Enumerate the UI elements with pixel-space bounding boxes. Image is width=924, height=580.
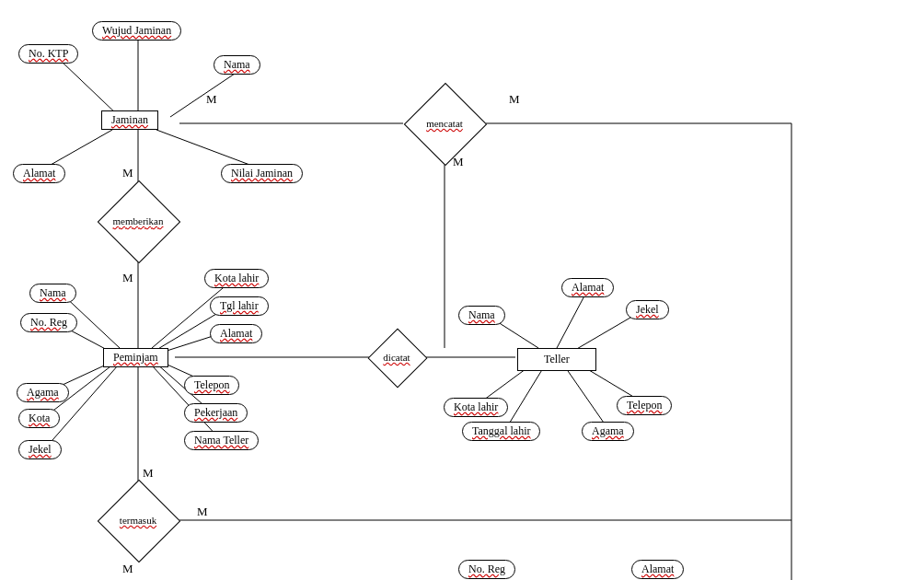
attr-peminjam-kota: Kota [18,409,60,428]
card-termasuk-right: M [197,505,208,519]
attr-jaminan-nama: Nama [214,55,260,75]
attr-peminjam-alamat: Alamat [210,324,262,343]
attr-jaminan-alamat-label: Alamat [23,167,55,180]
attr-peminjam-agama: Agama [17,383,69,402]
attr-bottom-alamat: Alamat [631,560,684,579]
attr-teller-nama: Nama [458,306,505,325]
entity-peminjam: Peminjam [103,348,168,367]
svg-line-1 [61,61,120,117]
attr-teller-alamat-label: Alamat [572,281,604,295]
card-peminjam-termasuk: M [143,466,154,481]
card-termasuk-down: M [122,562,133,576]
rel-termasuk-label: termasuk [120,515,156,526]
attr-teller-kotalahir-label: Kota lahir [454,400,498,414]
attr-jaminan-noktp: No. KTP [18,44,78,64]
attr-peminjam-tgllahir: Tgl lahir [210,296,269,316]
rel-dicatat-label: dicatat [383,352,410,363]
rel-memberikan: memberikan [97,201,179,241]
svg-line-27 [508,368,543,425]
attr-peminjam-namateller: Nama Teller [184,431,259,450]
attr-teller-telepon-label: Telepon [627,399,662,412]
card-mencatat-down: M [453,155,464,169]
entity-teller-label: Teller [544,353,570,366]
attr-jaminan-nama-label: Nama [224,58,250,72]
attr-peminjam-pekerjaan-label: Pekerjaan [194,406,237,420]
attr-peminjam-agama-label: Agama [27,386,59,400]
attr-peminjam-jekel: Jekel [18,440,62,459]
attr-teller-nama-label: Nama [468,308,495,322]
attr-teller-tgllahir-label: Tanggal lahir [472,424,530,438]
attr-peminjam-kotalahir-label: Kota lahir [214,272,259,285]
svg-line-4 [156,130,260,168]
attr-peminjam-telepon: Telepon [184,376,239,395]
entity-peminjam-label: Peminjam [113,351,158,365]
entity-jaminan: Jaminan [101,110,158,130]
attr-peminjam-kotalahir: Kota lahir [204,269,269,288]
card-mencatat-right: M [509,92,520,107]
attr-peminjam-namateller-label: Nama Teller [194,434,248,447]
attr-peminjam-noreg-label: No. Reg [30,316,67,330]
attr-peminjam-alamat-label: Alamat [220,327,252,341]
attr-peminjam-pekerjaan: Pekerjaan [184,403,248,423]
svg-line-3 [44,130,112,168]
rel-mencatat-label: mencatat [426,118,463,129]
attr-peminjam-kota-label: Kota [29,412,50,425]
attr-teller-alamat: Alamat [561,278,614,297]
svg-line-2 [170,72,237,117]
attr-teller-jekel: Jekel [626,300,669,319]
rel-termasuk: termasuk [97,500,179,540]
attr-peminjam-jekel-label: Jekel [29,443,52,457]
attr-teller-jekel-label: Jekel [636,303,659,317]
attr-teller-tgllahir: Tanggal lahir [462,422,540,441]
attr-jaminan-nilai-label: Nilai Jaminan [231,167,293,180]
attr-teller-agama: Agama [582,422,634,441]
attr-peminjam-tgllahir-label: Tgl lahir [220,299,259,313]
attr-jaminan-wujud: Wujud Jaminan [92,21,181,41]
attr-teller-agama-label: Agama [592,424,624,438]
card-jaminan-mencatat: M [206,92,217,107]
attr-jaminan-wujud-label: Wujud Jaminan [102,24,171,38]
attr-peminjam-nama-label: Nama [40,286,66,300]
rel-dicatat: dicatat [355,337,438,377]
rel-memberikan-label: memberikan [113,215,164,226]
attr-bottom-noreg: No. Reg [458,560,515,579]
attr-jaminan-noktp-label: No. KTP [29,47,68,61]
attr-bottom-alamat-label: Alamat [641,563,674,576]
card-jaminan-memberikan: M [122,166,133,180]
attr-teller-kotalahir: Kota lahir [444,398,508,417]
svg-line-20 [46,365,118,447]
attr-peminjam-nama: Nama [29,284,76,303]
attr-teller-telepon: Telepon [617,396,672,415]
card-memberikan-peminjam: M [122,271,133,285]
attr-peminjam-telepon-label: Telepon [194,378,229,392]
rel-mencatat: mencatat [403,103,486,144]
attr-jaminan-alamat: Alamat [13,164,65,183]
attr-peminjam-noreg: No. Reg [20,313,77,332]
entity-teller: Teller [517,348,596,371]
attr-jaminan-nilai: Nilai Jaminan [221,164,303,183]
entity-jaminan-label: Jaminan [111,113,148,127]
attr-bottom-noreg-label: No. Reg [468,563,505,576]
